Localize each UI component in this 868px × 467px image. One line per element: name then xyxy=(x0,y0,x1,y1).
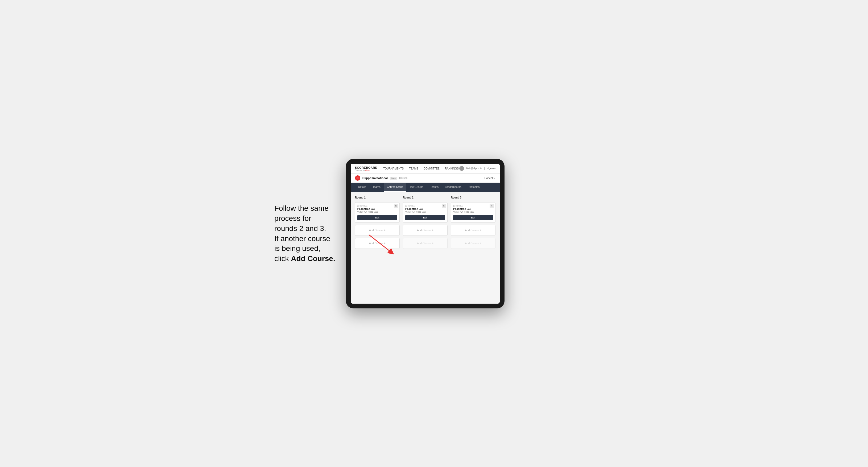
round-3-add-course-2: Add Course + xyxy=(451,238,495,249)
tab-leaderboards[interactable]: Leaderboards xyxy=(442,183,465,192)
tab-results[interactable]: Results xyxy=(427,183,442,192)
round-2-add-course-1[interactable]: Add Course + xyxy=(403,225,447,236)
content-area: Round 1 (Course A) Peachtree GC Yellow (… xyxy=(351,192,500,304)
round-1-course-1-card: (Course A) Peachtree GC Yellow (M) (6629… xyxy=(355,202,400,223)
round-3-edit-button[interactable]: Edit xyxy=(453,215,493,220)
sub-header: C Clippd Invitational Men Hosting Cancel… xyxy=(351,174,500,183)
round-1-course-1-details: Yellow (M) (6629 yds) xyxy=(358,211,397,213)
round-2-add-course-2-label: Add Course + xyxy=(417,242,433,245)
cancel-button[interactable]: Cancel ✕ xyxy=(485,177,496,180)
round-3-course-1-name: Peachtree GC xyxy=(453,208,493,211)
tablet-wrapper: SCOREBOARD Powered by clippd TOURNAMENTS… xyxy=(346,159,505,308)
round-2-delete-button[interactable]: ✕ xyxy=(442,204,446,208)
round-3-add-course-2-label: Add Course + xyxy=(465,242,482,245)
round-3-course-1-details: Yellow (M) (6629 yds) xyxy=(453,211,493,213)
tablet-frame: SCOREBOARD Powered by clippd TOURNAMENTS… xyxy=(346,159,505,308)
tabs-bar: Details Teams Course Setup Tee Groups Re… xyxy=(351,183,500,192)
top-nav: SCOREBOARD Powered by clippd TOURNAMENTS… xyxy=(351,164,500,174)
user-avatar xyxy=(459,166,464,171)
top-nav-links: TOURNAMENTS TEAMS COMMITTEE RANKINGS xyxy=(383,167,459,170)
top-nav-right: blair@clippd.io | Sign out xyxy=(459,166,496,171)
round-1-course-1-label: (Course A) xyxy=(358,205,397,207)
tab-tee-groups[interactable]: Tee Groups xyxy=(406,183,427,192)
separator: | xyxy=(484,167,485,170)
round-2-edit-button[interactable]: Edit xyxy=(405,215,445,220)
round-2-course-1-details: Yellow (M) (6629 yds) xyxy=(405,211,445,213)
tab-details[interactable]: Details xyxy=(355,183,370,192)
round-2-add-course-1-label: Add Course + xyxy=(417,229,433,232)
round-1-add-course-2[interactable]: Add Course + xyxy=(355,238,400,249)
round-3-delete-button[interactable]: ✕ xyxy=(490,204,494,208)
round-2-course-1-name: Peachtree GC xyxy=(405,208,445,211)
round-3-course-1-wrapper: (Course A) Peachtree GC Yellow (M) (6629… xyxy=(451,202,495,223)
round-2-course-1-wrapper: (Course A) Peachtree GC Yellow (M) (6629… xyxy=(403,202,447,223)
hosting-badge: Hosting xyxy=(399,177,408,179)
round-1-add-course-2-label: Add Course + xyxy=(369,242,385,245)
round-2-title: Round 2 xyxy=(403,196,447,199)
round-3-add-course-1-label: Add Course + xyxy=(465,229,482,232)
tournament-info: C Clippd Invitational Men Hosting xyxy=(355,175,407,181)
tournament-badge: Men xyxy=(390,177,397,180)
round-1-edit-button[interactable]: Edit xyxy=(358,215,397,220)
tab-course-setup[interactable]: Course Setup xyxy=(384,183,406,192)
logo-area: SCOREBOARD Powered by clippd xyxy=(355,166,377,171)
round-2-column: Round 2 (Course A) Peachtree GC Yellow (… xyxy=(403,196,447,249)
instruction-bold: Add Course. xyxy=(291,254,335,262)
clippd-logo-icon: C xyxy=(355,175,360,181)
round-2-course-1-label: (Course A) xyxy=(405,205,445,207)
round-2-course-1-card: (Course A) Peachtree GC Yellow (M) (6629… xyxy=(403,202,447,223)
logo-sub: Powered by clippd xyxy=(355,169,377,171)
round-1-add-course-1[interactable]: Add Course + xyxy=(355,225,400,236)
round-1-delete-button[interactable]: ✕ xyxy=(394,204,398,208)
tab-teams[interactable]: Teams xyxy=(369,183,383,192)
rounds-grid: Round 1 (Course A) Peachtree GC Yellow (… xyxy=(355,196,496,249)
round-3-title: Round 3 xyxy=(451,196,495,199)
round-1-course-1-name: Peachtree GC xyxy=(358,208,397,211)
instruction-text: Follow the sameprocess forrounds 2 and 3… xyxy=(274,203,335,264)
nav-rankings[interactable]: RANKINGS xyxy=(444,167,459,170)
nav-tournaments[interactable]: TOURNAMENTS xyxy=(383,167,404,170)
round-1-course-1-wrapper: (Course A) Peachtree GC Yellow (M) (6629… xyxy=(355,202,400,223)
nav-committee[interactable]: COMMITTEE xyxy=(423,167,440,170)
page-wrapper: Follow the sameprocess forrounds 2 and 3… xyxy=(274,159,594,308)
round-3-column: Round 3 (Course A) Peachtree GC Yellow (… xyxy=(451,196,495,249)
nav-teams[interactable]: TEAMS xyxy=(408,167,418,170)
tournament-name: Clippd Invitational xyxy=(363,177,388,180)
tab-printables[interactable]: Printables xyxy=(465,183,483,192)
round-1-add-course-1-label: Add Course + xyxy=(369,229,385,232)
user-email: blair@clippd.io xyxy=(466,167,482,170)
sign-out-link[interactable]: Sign out xyxy=(487,167,495,170)
round-3-course-1-label: (Course A) xyxy=(453,205,493,207)
round-3-add-course-1[interactable]: Add Course + xyxy=(451,225,495,236)
round-3-course-1-card: (Course A) Peachtree GC Yellow (M) (6629… xyxy=(451,202,495,223)
round-2-add-course-2: Add Course + xyxy=(403,238,447,249)
logo-title: SCOREBOARD xyxy=(355,166,377,169)
round-1-column: Round 1 (Course A) Peachtree GC Yellow (… xyxy=(355,196,400,249)
tablet-screen: SCOREBOARD Powered by clippd TOURNAMENTS… xyxy=(351,164,500,304)
round-1-title: Round 1 xyxy=(355,196,400,199)
